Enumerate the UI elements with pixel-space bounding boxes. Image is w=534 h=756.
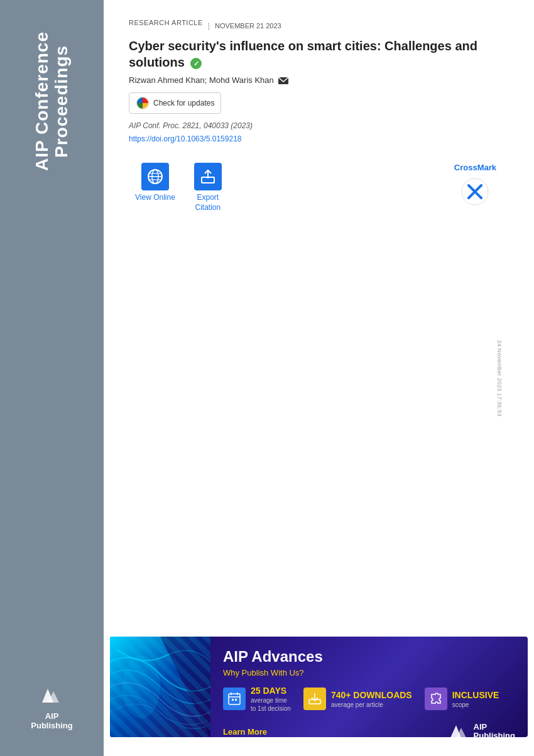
svg-rect-12 (110, 637, 210, 737)
crossmark-logo-icon (460, 177, 489, 206)
ad-stat-3: INCLUSIVE scope (425, 688, 499, 710)
crossmark-link[interactable]: CrossMark (454, 163, 496, 172)
ad-title: AIP Advances (223, 648, 515, 666)
svg-rect-15 (229, 694, 240, 704)
main-content: RESEARCH ARTICLE | NOVEMBER 21 2023 Cybe… (104, 0, 534, 756)
sidebar-title: AIP ConferenceProceedings (33, 19, 72, 184)
crossmark-area[interactable]: CrossMark (454, 163, 496, 206)
ad-subtitle: Why Publish With Us? (223, 668, 515, 677)
svg-rect-20 (235, 699, 237, 701)
ad-stat-2-desc: average per article (331, 701, 412, 709)
article-title: Cyber security's influence on smart citi… (129, 38, 506, 70)
article-title-text: Cyber security's influence on smart citi… (129, 39, 477, 69)
ad-stats: 25 DAYS average timeto 1st decision (223, 685, 515, 713)
export-citation-icon (194, 163, 222, 190)
ad-left-image (110, 637, 210, 737)
side-timestamp: 24 November 2023 17:35:53 (496, 340, 503, 417)
article-type-label: RESEARCH ARTICLE (129, 19, 203, 26)
doi-text: https://doi.org/10.1063/5.0159218 (129, 134, 241, 143)
svg-point-13 (123, 655, 160, 718)
ad-bottom-row: Learn More AIPPublishing (223, 720, 515, 737)
calendar-icon (227, 692, 241, 706)
ad-background-art (110, 637, 210, 737)
ad-stat-2: 740+ DOWNLOADS average per article (303, 688, 412, 710)
puzzle-icon (429, 692, 443, 706)
citation-info: AIP Conf. Proc. 2821, 040033 (2023) (129, 121, 509, 130)
sidebar-logo: AIP Publishing (31, 682, 72, 737)
crossmark-label: CrossMark (454, 163, 496, 172)
ad-banner[interactable]: AIP Advances Why Publish With Us? (110, 637, 528, 737)
ad-logo-area: AIPPublishing (447, 720, 515, 737)
authors: Rizwan Ahmed Khan; Mohd Waris Khan (129, 75, 509, 85)
crossref-icon (136, 96, 150, 110)
check-updates-label: Check for updates (153, 99, 214, 107)
ad-title-area: AIP Advances Why Publish With Us? (223, 648, 515, 685)
aip-logo-icon (39, 682, 64, 708)
ad-stat-1-desc: average timeto 1st decision (251, 696, 291, 713)
ad-stat-3-text: INCLUSIVE scope (452, 689, 499, 709)
aip-publishing-logo-icon (447, 720, 470, 737)
ad-stat-1: 25 DAYS average timeto 1st decision (223, 685, 291, 713)
ad-stat-3-desc: scope (452, 701, 499, 709)
svg-marker-14 (160, 637, 210, 737)
authors-text: Rizwan Ahmed Khan; Mohd Waris Khan (129, 75, 274, 85)
doi-link[interactable]: https://doi.org/10.1063/5.0159218 (129, 134, 241, 143)
learn-more-label: Learn More (223, 727, 267, 737)
ad-stat-1-icon (223, 688, 246, 710)
check-updates-button[interactable]: Check for updates (129, 92, 221, 114)
export-citation-label: ExportCitation (195, 193, 221, 212)
empty-content (129, 212, 509, 464)
action-buttons: View Online ExportCitation CrossMark (129, 163, 509, 212)
ad-stat-3-number: INCLUSIVE (452, 689, 499, 701)
ad-learn-more-link[interactable]: Learn More (223, 727, 267, 737)
ad-stat-2-number: 740+ DOWNLOADS (331, 689, 412, 701)
ad-logo-text: AIPPublishing (474, 723, 515, 737)
timestamp-text: 24 November 2023 17:35:53 (496, 340, 503, 417)
export-icon (200, 168, 216, 185)
globe-icon (147, 168, 163, 185)
ad-right: AIP Advances Why Publish With Us? (210, 637, 528, 737)
download-icon (308, 692, 322, 706)
article-area: RESEARCH ARTICLE | NOVEMBER 21 2023 Cybe… (104, 0, 534, 624)
view-online-icon (141, 163, 169, 190)
divider-pipe: | (208, 21, 210, 30)
svg-rect-19 (232, 699, 234, 701)
verified-icon: ✓ (190, 58, 202, 69)
view-online-label: View Online (135, 193, 175, 203)
ad-stat-2-icon (303, 688, 326, 710)
sidebar: AIP ConferenceProceedings AIP Publishing (0, 0, 104, 756)
email-icon (278, 77, 288, 84)
ad-stat-1-text: 25 DAYS average timeto 1st decision (251, 685, 291, 713)
article-date: NOVEMBER 21 2023 (215, 22, 281, 30)
export-citation-button[interactable]: ExportCitation (194, 163, 222, 212)
ad-stat-2-text: 740+ DOWNLOADS average per article (331, 689, 412, 709)
ad-stat-1-number: 25 DAYS (251, 685, 291, 696)
ad-stat-3-icon (425, 688, 447, 710)
type-date-row: RESEARCH ARTICLE | NOVEMBER 21 2023 (129, 19, 509, 33)
view-online-button[interactable]: View Online (135, 163, 175, 203)
sidebar-logo-text: AIP Publishing (31, 711, 72, 731)
